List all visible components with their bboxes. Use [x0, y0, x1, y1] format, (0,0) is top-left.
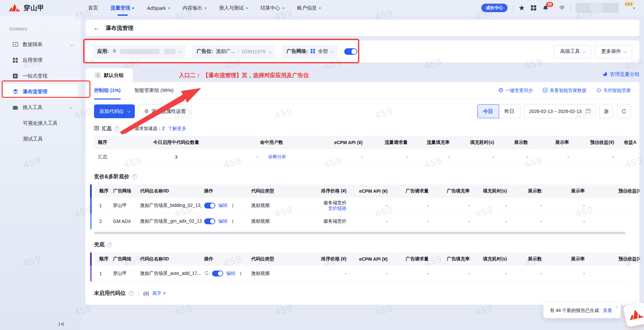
growth-center-button[interactable]: 成长中心: [481, 4, 508, 12]
cell-metric: -: [544, 219, 587, 224]
brand-name: 穿山甲: [24, 4, 44, 12]
page: 穿山甲 首页 流量变现 AdSpark 内容输出 接入与测试 结算中心 账户信息…: [0, 0, 644, 330]
adunit-id: 103911576: [241, 49, 266, 54]
yesterday-button[interactable]: 昨日: [499, 104, 520, 118]
pangle-logo-icon: [9, 3, 20, 12]
nav-integration-test[interactable]: 接入与测试: [219, 0, 248, 16]
app-select[interactable]: 应用:: [93, 45, 185, 58]
nav-settlement[interactable]: 结算中心: [261, 0, 285, 16]
more-vertical-icon[interactable]: ⋮: [230, 203, 235, 208]
refresh-icon[interactable]: [617, 104, 631, 118]
cell-slot-type: 激励视频: [249, 203, 298, 209]
waterfall-settings-button[interactable]: ⚙ 瀑布流属性设置: [138, 104, 192, 118]
more-actions-button[interactable]: 更多操作: [595, 45, 632, 58]
one-key-sync-link[interactable]: 一键变更同步: [498, 88, 533, 94]
column-header: 展示数: [510, 188, 544, 194]
sidebar-item-visual-integration-tool[interactable]: 可视化接入工具: [3, 116, 78, 131]
cell-users: - 诊断分析: [222, 154, 321, 160]
auto-add-icon: [204, 271, 209, 276]
account-menu[interactable]: LV.1: [576, 3, 619, 13]
apps-grid-icon[interactable]: [530, 5, 537, 11]
cell-order: 汇总: [94, 154, 130, 160]
nav-adspark[interactable]: AdSpark: [147, 0, 170, 16]
column-header: 预估收益(¥): [587, 188, 639, 194]
column-header: 展示率: [531, 140, 572, 145]
toast-view-link[interactable]: 查看: [603, 308, 612, 314]
nav-content-output[interactable]: 内容输出: [183, 0, 207, 16]
horizontal-scrollbar[interactable]: [94, 232, 626, 234]
cell-network: GM ADX: [110, 219, 137, 224]
manage-traffic-groups-link[interactable]: 管理流量分组: [603, 71, 639, 77]
svg-text:¥: ¥: [14, 74, 16, 78]
column-header: 填充耗时(s): [472, 188, 510, 194]
back-arrow-icon[interactable]: ←: [93, 25, 100, 31]
nav-home[interactable]: 首页: [88, 0, 98, 16]
notifications-bell-icon[interactable]: 29: [542, 5, 549, 11]
cell-sort-price: -: [298, 271, 349, 276]
column-settings-icon[interactable]: [599, 104, 613, 118]
cell-operations: 编辑 ⋮: [202, 203, 249, 209]
column-header: 操作: [202, 188, 249, 194]
network-select[interactable]: 广告网络: 全部: [282, 45, 338, 58]
column-header: eCPM API (¥): [349, 188, 390, 194]
help-icon[interactable]: ?: [114, 126, 119, 131]
today-button[interactable]: 今日: [477, 104, 499, 118]
caret-down-icon: [168, 8, 170, 9]
adunit-value: 激励广...: [216, 48, 235, 55]
cell-metric: -: [452, 154, 497, 160]
sidebar-item-app-management[interactable]: 应用管理: [3, 53, 78, 68]
sidebar-item-integration-tools[interactable]: 接入工具: [3, 100, 78, 115]
language-switch[interactable]: 中: [560, 5, 565, 11]
summary-table: 顺序 今日启用中代码位数量 命中用户数 eCPM API (¥) 流量请求量 流…: [94, 136, 631, 165]
advanced-tools-button[interactable]: 高级工具: [554, 45, 591, 58]
star-icon[interactable]: [518, 5, 525, 11]
column-header: 展示率: [544, 256, 587, 262]
help-icon[interactable]: ?: [129, 291, 134, 296]
column-header: 收益A: [617, 140, 639, 145]
fallback-row-1: 1 穿山甲 激励广告场景_auto_add_17... 编辑 ⋮ 激励视频 - …: [94, 266, 631, 281]
close-icon[interactable]: ×: [615, 304, 618, 309]
caret-down-icon[interactable]: [633, 8, 635, 9]
sidebar-item-waterfall-management[interactable]: 瀑布流管理: [3, 84, 78, 99]
tab-smart-group[interactable]: 智能管家组 (99%): [134, 82, 174, 99]
cell-metric: -: [544, 203, 587, 208]
help-icon[interactable]: ?: [107, 242, 112, 247]
close-smart-label: 关闭智能管家: [603, 88, 631, 94]
slot-enable-toggle[interactable]: [212, 271, 223, 276]
android-icon: [112, 48, 117, 55]
sidebar-item-one-stop-monetization[interactable]: ¥ 一站式变现: [3, 68, 78, 83]
edit-link[interactable]: 编辑: [218, 203, 227, 209]
sidebar-item-label: 可视化接入工具: [23, 120, 58, 126]
cell-network: 穿山甲: [110, 203, 137, 209]
more-vertical-icon[interactable]: ⋮: [230, 219, 235, 224]
waterfall-enable-toggle[interactable]: [344, 48, 357, 55]
brand-logo[interactable]: 穿山甲: [9, 3, 80, 12]
edit-link[interactable]: 编辑: [218, 218, 227, 224]
main-nav: 首页 流量变现 AdSpark 内容输出 接入与测试 结算中心 账户信息: [88, 0, 321, 16]
cell-metric: -: [544, 271, 587, 276]
bid-link[interactable]: 竞价链路: [300, 206, 346, 211]
tab-control-group[interactable]: 控制组 (1%): [94, 82, 121, 99]
edit-link[interactable]: 编辑: [226, 271, 235, 276]
date-range-picker[interactable]: 2026-02-13 ~ 2026-02-13: [524, 104, 595, 118]
column-header: 广告填充率: [431, 188, 472, 194]
chevron-down-icon: [70, 42, 72, 47]
help-icon[interactable]: ?: [132, 174, 137, 179]
view-smart-data-link[interactable]: 查看智能管家数据: [543, 88, 586, 94]
slot-enable-toggle[interactable]: [204, 203, 215, 209]
adunit-select[interactable]: 广告位: 激励广... 103911576: [192, 45, 275, 58]
sidebar-item-label: 测试工具: [23, 136, 43, 142]
group-tab-default[interactable]: 1 默认分组: [85, 68, 133, 82]
add-code-slot-button[interactable]: 添加代码位: [94, 104, 135, 118]
expand-link[interactable]: 展开: [152, 291, 165, 297]
sidebar-item-test-tool[interactable]: 测试工具: [3, 131, 78, 146]
diagnose-link[interactable]: 诊断分析: [268, 154, 286, 159]
close-smart-manager-link[interactable]: 关闭智能管家: [596, 88, 631, 94]
learn-more-link[interactable]: 了解更多: [168, 126, 186, 132]
nav-account-info[interactable]: 账户信息: [297, 0, 321, 16]
sidebar-collapse-icon[interactable]: [58, 321, 65, 328]
slot-enable-toggle[interactable]: [204, 218, 215, 224]
sidebar-item-data-reports[interactable]: 数据报表: [3, 37, 78, 52]
nav-monetization[interactable]: 流量变现: [110, 0, 134, 16]
more-vertical-icon[interactable]: ⋮: [238, 271, 243, 276]
